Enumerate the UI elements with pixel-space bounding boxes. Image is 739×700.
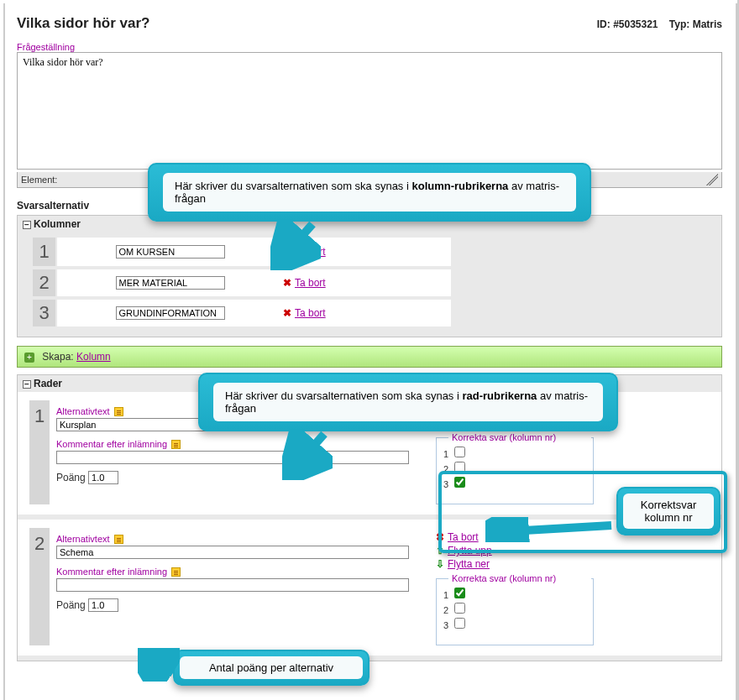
page-header: Vilka sidor hör var? ID: #5035321 Typ: M… — [17, 15, 722, 32]
correct-option: 3 — [443, 477, 586, 489]
column-number: 2 — [33, 268, 56, 298]
correct-answers-box: Korrekta svar (kolumn nr)1 2 3 — [436, 578, 594, 645]
comment-input[interactable] — [56, 578, 409, 592]
correct-checkbox[interactable] — [454, 447, 465, 457]
remove-column-link[interactable]: Ta bort — [295, 307, 326, 319]
edit-icon[interactable] — [171, 567, 181, 577]
correct-checkbox[interactable] — [454, 477, 465, 488]
correct-checkbox[interactable] — [454, 462, 465, 473]
column-row: 3✖Ta bort — [33, 298, 451, 328]
create-column-link[interactable]: Kolumn — [76, 351, 111, 363]
answer-row: 2Alternativtext Kommentar efter inlämnin… — [18, 520, 721, 661]
correct-option: 2 — [443, 462, 586, 474]
edit-icon[interactable] — [114, 535, 123, 544]
move-down-link[interactable]: Flytta ner — [448, 558, 490, 570]
remove-column-link[interactable]: Ta bort — [295, 277, 326, 289]
question-textarea[interactable]: Vilka sidor hör var? — [17, 52, 722, 170]
comment-label: Kommentar efter inlämning — [56, 438, 436, 449]
alt-text-input[interactable] — [56, 546, 409, 559]
callout-columns: Här skriver du svarsalternativen som ska… — [148, 163, 591, 222]
callout-rows: Här skriver du svarsalternativen som ska… — [198, 373, 618, 431]
column-name-input[interactable] — [116, 306, 225, 320]
page-meta: ID: #5035321 Typ: Matris — [597, 18, 722, 30]
callout-correct: Korrektsvar kolumn nr — [616, 487, 721, 535]
points-input[interactable] — [88, 471, 118, 484]
points-label: Poäng — [56, 599, 86, 611]
correct-option: 1 — [443, 588, 586, 600]
column-number: 3 — [33, 298, 56, 328]
page-title: Vilka sidor hör var? — [17, 15, 149, 32]
comment-label: Kommentar efter inlämning — [56, 566, 436, 577]
arrow-down-icon[interactable]: ⇩ — [436, 558, 444, 570]
remove-column-link[interactable]: Ta bort — [295, 246, 326, 258]
correct-answers-box: Korrekta svar (kolumn nr)1 2 3 — [436, 437, 594, 504]
callout-points: Antal poäng per alternativ — [173, 650, 370, 686]
close-icon[interactable]: ✖ — [283, 277, 291, 289]
collapse-toggle-icon[interactable]: − — [23, 221, 31, 229]
row-number: 2 — [29, 528, 50, 645]
collapse-toggle-icon[interactable]: − — [23, 380, 31, 389]
close-icon[interactable]: ✖ — [436, 531, 444, 543]
correct-checkbox[interactable] — [454, 618, 465, 629]
edit-icon[interactable] — [114, 407, 123, 416]
comment-input[interactable] — [56, 451, 409, 464]
correct-option: 1 — [443, 447, 586, 459]
move-up-link[interactable]: Flytta upp — [448, 545, 492, 556]
column-row: 2✖Ta bort — [33, 268, 451, 298]
column-name-input[interactable] — [116, 245, 225, 259]
correct-option: 3 — [443, 618, 586, 630]
alt-text-label: Alternativtext — [56, 533, 436, 544]
remove-row-link[interactable]: Ta bort — [448, 531, 479, 543]
correct-answers-label: Korrekta svar (kolumn nr) — [448, 432, 591, 442]
arrow-up-icon[interactable]: ⇧ — [436, 545, 444, 556]
close-icon[interactable]: ✖ — [283, 307, 291, 319]
columns-panel: −Kolumner 1✖Ta bort2✖Ta bort3✖Ta bort — [17, 215, 722, 337]
correct-option: 2 — [443, 603, 586, 615]
columns-table: 1✖Ta bort2✖Ta bort3✖Ta bort — [33, 238, 451, 330]
close-icon[interactable]: ✖ — [283, 246, 291, 258]
row-actions: ✖Ta bort⇧Flytta upp⇩Flytta ner — [436, 531, 713, 570]
correct-checkbox[interactable] — [454, 603, 465, 614]
correct-answers-label: Korrekta svar (kolumn nr) — [448, 573, 591, 583]
resize-grip-icon[interactable] — [706, 174, 718, 185]
column-name-input[interactable] — [116, 276, 225, 290]
column-row: 1✖Ta bort — [33, 238, 451, 268]
column-number: 1 — [33, 238, 56, 268]
edit-icon[interactable] — [171, 440, 181, 449]
question-label: Frågeställning — [17, 42, 722, 52]
row-number: 1 — [29, 400, 50, 504]
correct-checkbox[interactable] — [454, 588, 465, 598]
points-label: Poäng — [56, 472, 86, 483]
create-column-bar: + Skapa: Kolumn — [17, 346, 722, 368]
plus-icon[interactable]: + — [24, 353, 34, 363]
points-input[interactable] — [88, 598, 118, 612]
